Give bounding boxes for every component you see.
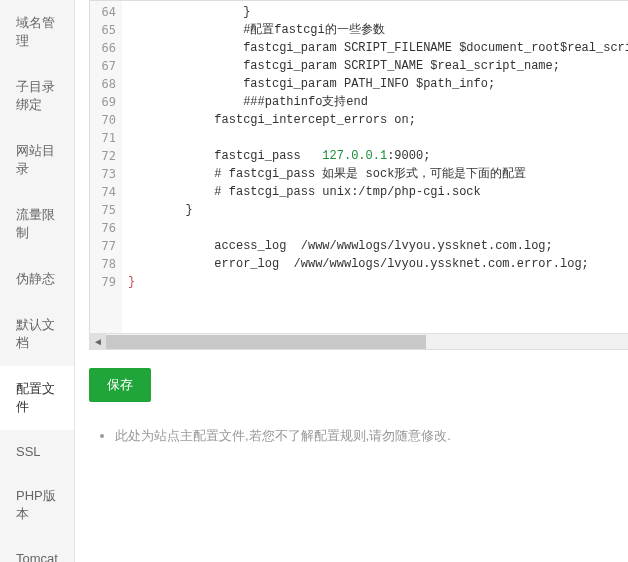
code-line[interactable]: } [128,273,628,291]
code-area[interactable]: } #配置fastcgi的一些参数 fastcgi_param SCRIPT_F… [122,1,628,333]
sidebar-item-6[interactable]: 配置文件 [0,366,74,430]
sidebar: 域名管理子目录绑定网站目录流量限制伪静态默认文档配置文件SSLPHP版本Tomc… [0,0,75,562]
gutter-line: 71 [90,129,116,147]
gutter-line: 68 [90,75,116,93]
gutter-line: 69 [90,93,116,111]
code-line[interactable]: fastcgi_param PATH_INFO $path_info; [128,75,628,93]
gutter-line: 67 [90,57,116,75]
code-line[interactable]: error_log /www/wwwlogs/lvyou.yssknet.com… [128,255,628,273]
gutter-line: 73 [90,165,116,183]
code-line[interactable]: fastcgi_pass 127.0.0.1:9000; [128,147,628,165]
sidebar-item-4[interactable]: 伪静态 [0,256,74,302]
sidebar-item-5[interactable]: 默认文档 [0,302,74,366]
gutter-line: 78 [90,255,116,273]
sidebar-item-2[interactable]: 网站目录 [0,128,74,192]
save-button[interactable]: 保存 [89,368,151,402]
gutter-line: 72 [90,147,116,165]
code-line[interactable] [128,129,628,147]
code-line[interactable]: fastcgi_intercept_errors on; [128,111,628,129]
code-line[interactable]: # fastcgi_pass 如果是 sock形式，可能是下面的配置 [128,165,628,183]
gutter-line: 64 [90,3,116,21]
gutter-line: 75 [90,201,116,219]
note-list: 此处为站点主配置文件,若您不了解配置规则,请勿随意修改. [89,426,628,447]
gutter-line: 77 [90,237,116,255]
gutter-line: 74 [90,183,116,201]
sidebar-item-7[interactable]: SSL [0,430,74,473]
scroll-thumb[interactable] [106,335,426,349]
sidebar-item-0[interactable]: 域名管理 [0,0,74,64]
sidebar-item-9[interactable]: Tomcat [0,537,74,562]
code-line[interactable]: ###pathinfo支持end [128,93,628,111]
sidebar-item-1[interactable]: 子目录绑定 [0,64,74,128]
gutter-line: 65 [90,21,116,39]
sidebar-item-8[interactable]: PHP版本 [0,473,74,537]
gutter-line: 66 [90,39,116,57]
code-line[interactable]: } [128,201,628,219]
code-line[interactable]: fastcgi_param SCRIPT_FILENAME $document_… [128,39,628,57]
config-editor: 64656667686970717273747576777879 } #配置fa… [89,0,628,350]
note-text: 此处为站点主配置文件,若您不了解配置规则,请勿随意修改. [115,426,628,447]
horizontal-scrollbar[interactable]: ◄ ► [90,333,628,349]
code-line[interactable]: #配置fastcgi的一些参数 [128,21,628,39]
scroll-left-arrow[interactable]: ◄ [90,334,106,350]
code-line[interactable]: fastcgi_param SCRIPT_NAME $real_script_n… [128,57,628,75]
gutter-line: 79 [90,273,116,291]
line-gutter: 64656667686970717273747576777879 [90,1,122,333]
code-line[interactable]: } [128,3,628,21]
main-content: 64656667686970717273747576777879 } #配置fa… [75,0,628,562]
gutter-line: 76 [90,219,116,237]
code-line[interactable] [128,219,628,237]
scroll-track[interactable] [106,334,628,350]
sidebar-item-3[interactable]: 流量限制 [0,192,74,256]
code-line[interactable]: # fastcgi_pass unix:/tmp/php-cgi.sock [128,183,628,201]
gutter-line: 70 [90,111,116,129]
code-line[interactable]: access_log /www/wwwlogs/lvyou.yssknet.co… [128,237,628,255]
